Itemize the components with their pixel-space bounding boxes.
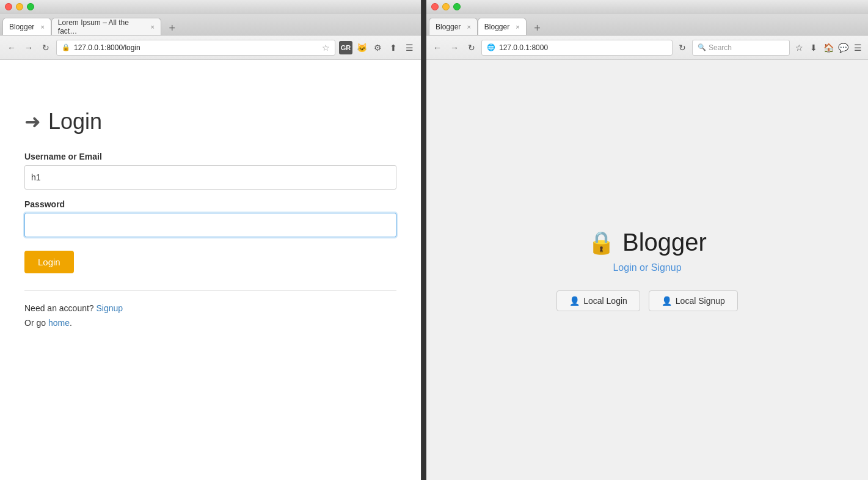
password-input[interactable] (24, 213, 396, 237)
left-titlebar (0, 0, 421, 13)
new-tab-button[interactable]: + (164, 21, 181, 35)
tab-close-icon[interactable]: × (516, 23, 519, 31)
right-forward-button[interactable]: → (447, 40, 462, 55)
blogger-subtitle: Login or Signup (556, 262, 738, 273)
right-tabbar: Blogger × Blogger × + (426, 13, 868, 35)
right-reload-button[interactable]: ↻ (464, 40, 479, 55)
blogger-title: 🔒 Blogger (556, 229, 738, 256)
back-icon: ← (7, 43, 16, 53)
login-arrow-icon: ➜ (24, 110, 41, 133)
username-form-group: Username or Email (24, 152, 396, 190)
search-icon: 🔍 (698, 43, 706, 51)
local-login-label: Local Login (583, 296, 627, 306)
right-toolbar-icons: ☆ ⬇ 🏠 💬 ☰ (792, 41, 864, 54)
lock-icon: 🔒 (62, 43, 70, 51)
right-home-icon[interactable]: 🏠 (822, 41, 835, 54)
menu-icon[interactable]: ☰ (403, 41, 416, 54)
tab-lorem[interactable]: Lorem Ipsum – All the fact… × (51, 18, 161, 35)
blogger-name: Blogger (622, 229, 707, 256)
minimize-button[interactable] (16, 3, 23, 10)
signup-prompt: Need an account? Signup (24, 303, 396, 313)
left-tabbar: Blogger × Lorem Ipsum – All the fact… × … (0, 13, 421, 35)
blogger-lock-icon: 🔒 (588, 230, 615, 256)
forward-icon: → (24, 43, 33, 53)
right-page-content: 🔒 Blogger Login or Signup 👤 Local Login … (426, 60, 868, 480)
right-minimize-button[interactable] (442, 3, 450, 10)
blogger-card: 🔒 Blogger Login or Signup 👤 Local Login … (556, 229, 738, 311)
blogger-actions: 👤 Local Login 👤 Local Signup (556, 290, 738, 311)
tab-close-icon[interactable]: × (467, 23, 470, 31)
right-bookmark-icon[interactable]: ☆ (792, 41, 806, 54)
right-browser: Blogger × Blogger × + ← → ↻ 🌐 127.0.0.1:… (426, 0, 868, 480)
globe-icon: 🌐 (487, 43, 495, 51)
tab-label: Blogger (436, 23, 461, 31)
right-chat-icon[interactable]: 💬 (836, 41, 850, 54)
right-url-text: 127.0.0.1:8000 (499, 43, 548, 52)
home-prompt: Or go home. (24, 318, 396, 328)
right-close-button[interactable] (431, 3, 439, 10)
back-icon: ← (433, 43, 442, 53)
forward-button[interactable]: → (22, 41, 35, 54)
tab-label: Lorem Ipsum – All the fact… (58, 18, 145, 35)
right-downloads-icon[interactable]: ⬇ (807, 41, 820, 54)
username-label: Username or Email (24, 152, 396, 161)
reload-icon: ↻ (42, 43, 49, 53)
extension-icon-3[interactable]: ⚙ (371, 41, 384, 54)
login-button[interactable]: Login (24, 251, 74, 273)
window-controls (5, 3, 34, 10)
right-window-controls (431, 3, 461, 10)
tab-blogger-right-1[interactable]: Blogger × (429, 18, 478, 35)
left-browser: Blogger × Lorem Ipsum – All the fact… × … (0, 0, 421, 480)
local-signup-label: Local Signup (676, 296, 725, 306)
right-titlebar (426, 0, 868, 13)
forward-icon: → (450, 43, 459, 53)
tab-close-icon[interactable]: × (40, 23, 44, 31)
right-maximize-button[interactable] (453, 3, 461, 10)
close-button[interactable] (5, 3, 12, 10)
left-page-content: ➜ Login Username or Email Password Login… (0, 60, 421, 480)
right-new-tab-button[interactable]: + (529, 21, 546, 35)
right-addrbar: ← → ↻ 🌐 127.0.0.1:8000 ↻ 🔍 Search ☆ ⬇ 🏠 … (426, 35, 868, 60)
login-heading: Login (48, 109, 102, 135)
right-back-button[interactable]: ← (430, 40, 445, 55)
refresh-icon: ↻ (679, 43, 686, 53)
right-search-box[interactable]: 🔍 Search (692, 40, 790, 56)
password-label: Password (24, 199, 396, 209)
extension-icon-2[interactable]: 🐱 (355, 41, 368, 54)
user-icon-login: 👤 (569, 296, 580, 306)
toolbar-icons: GR 🐱 ⚙ ⬆ ☰ (339, 41, 416, 54)
window-divider (421, 0, 426, 480)
password-form-group: Password (24, 199, 396, 237)
need-account-text: Need an account? (24, 303, 94, 313)
or-go-text: Or go (24, 318, 46, 328)
page-title: ➜ Login (24, 109, 396, 135)
right-refresh-button[interactable]: ↻ (675, 40, 690, 55)
back-button[interactable]: ← (5, 41, 18, 54)
address-box[interactable]: 🔒 127.0.0.1:8000/login ☆ (56, 40, 335, 56)
home-suffix: . (70, 318, 72, 328)
reload-icon: ↻ (468, 43, 475, 53)
signup-link[interactable]: Signup (97, 303, 123, 313)
local-login-button[interactable]: 👤 Local Login (556, 290, 640, 311)
user-icon-signup: 👤 (662, 296, 672, 306)
username-input[interactable] (24, 165, 396, 190)
tab-blogger-right-2[interactable]: Blogger × (478, 18, 527, 35)
maximize-button[interactable] (27, 3, 34, 10)
tab-label: Blogger (484, 23, 509, 31)
left-addrbar: ← → ↻ 🔒 127.0.0.1:8000/login ☆ GR 🐱 ⚙ ⬆ … (0, 35, 421, 60)
right-menu-icon[interactable]: ☰ (851, 41, 864, 54)
tab-label: Blogger (9, 23, 34, 31)
home-link[interactable]: home (48, 318, 70, 328)
url-text: 127.0.0.1:8000/login (74, 43, 318, 52)
search-placeholder-text: Search (709, 43, 732, 52)
local-signup-button[interactable]: 👤 Local Signup (649, 290, 738, 311)
share-icon[interactable]: ⬆ (387, 41, 400, 54)
extension-icon-1[interactable]: GR (339, 41, 352, 54)
bookmark-icon[interactable]: ☆ (322, 43, 330, 53)
tab-close-icon[interactable]: × (150, 23, 154, 31)
reload-button[interactable]: ↻ (39, 41, 53, 54)
right-address-box[interactable]: 🌐 127.0.0.1:8000 (481, 40, 673, 56)
tab-blogger-left[interactable]: Blogger × (2, 18, 51, 35)
form-divider (24, 290, 396, 291)
